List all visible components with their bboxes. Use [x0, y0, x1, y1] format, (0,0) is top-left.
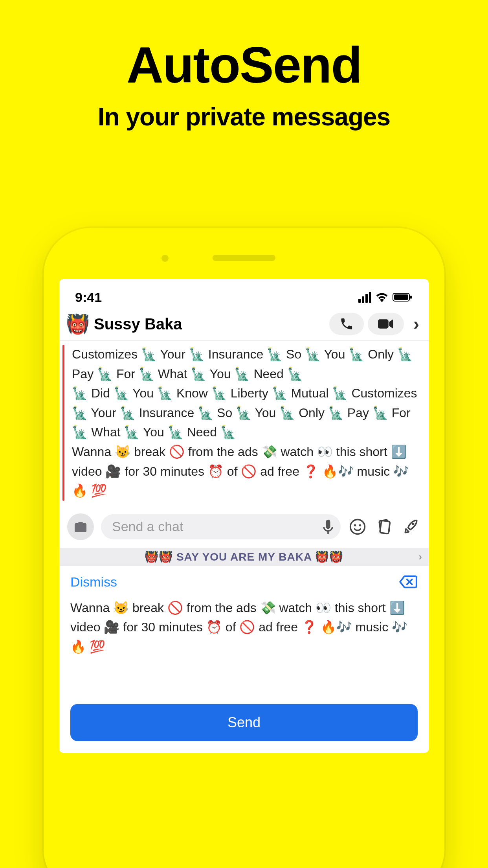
- dismiss-button[interactable]: Dismiss: [70, 574, 117, 590]
- chat-input-placeholder: Send a chat: [112, 519, 183, 534]
- suggestion-banner[interactable]: 👹👹 SAY YOU ARE MY BAKA 👹👹 ›: [59, 548, 429, 566]
- status-time: 9:41: [75, 290, 102, 305]
- message-thread[interactable]: Customizes 🗽 Your 🗽 Insurance 🗽 So 🗽 You…: [59, 340, 429, 507]
- svg-rect-8: [380, 520, 390, 534]
- svg-rect-3: [378, 319, 389, 328]
- phone-top: [44, 228, 444, 279]
- status-bar: 9:41: [59, 279, 429, 311]
- chat-input[interactable]: Send a chat: [101, 514, 341, 539]
- phone-screen: 9:41 👹 Sussy Baka: [59, 279, 429, 753]
- voice-call-button[interactable]: [329, 313, 364, 335]
- chat-input-row: Send a chat: [59, 507, 429, 548]
- svg-point-5: [354, 524, 356, 526]
- svg-point-4: [350, 519, 365, 534]
- wifi-icon: [375, 292, 389, 302]
- phone-camera-dot: [161, 255, 169, 262]
- svg-rect-1: [394, 294, 408, 300]
- phone-speaker: [213, 255, 275, 261]
- emoji-icon[interactable]: [348, 518, 367, 535]
- marketing-header: AutoSend In your private messages: [0, 0, 488, 131]
- chat-header: 👹 Sussy Baka ›: [59, 311, 429, 340]
- rocket-icon[interactable]: [401, 518, 421, 535]
- autosend-sheet: Dismiss Wanna 😼 break 🚫 from the ads 💸 w…: [59, 566, 429, 753]
- svg-point-6: [359, 524, 361, 526]
- marketing-title: AutoSend: [0, 35, 488, 94]
- camera-button[interactable]: [67, 513, 94, 540]
- backspace-icon[interactable]: [399, 574, 418, 589]
- message-accent-bar: [62, 345, 64, 501]
- cards-icon[interactable]: [374, 518, 394, 535]
- phone-frame: 9:41 👹 Sussy Baka: [44, 228, 444, 868]
- mic-icon[interactable]: [323, 519, 334, 535]
- banner-text: 👹👹 SAY YOU ARE MY BAKA 👹👹: [145, 550, 343, 563]
- chat-name[interactable]: Sussy Baka: [94, 315, 324, 333]
- chevron-right-icon: ›: [418, 551, 422, 563]
- sheet-body: Wanna 😼 break 🚫 from the ads 💸 watch 👀 t…: [70, 598, 418, 657]
- send-button[interactable]: Send: [70, 704, 418, 741]
- battery-icon: [393, 292, 413, 302]
- cell-signal-icon: [358, 292, 371, 303]
- message-text: Customizes 🗽 Your 🗽 Insurance 🗽 So 🗽 You…: [66, 345, 422, 501]
- status-icons: [358, 292, 413, 303]
- marketing-subtitle: In your private messages: [0, 102, 488, 131]
- video-call-button[interactable]: [368, 313, 404, 335]
- avatar[interactable]: 👹: [67, 313, 88, 335]
- chevron-right-icon[interactable]: ›: [409, 314, 421, 334]
- svg-rect-2: [410, 296, 412, 299]
- svg-point-9: [412, 522, 415, 525]
